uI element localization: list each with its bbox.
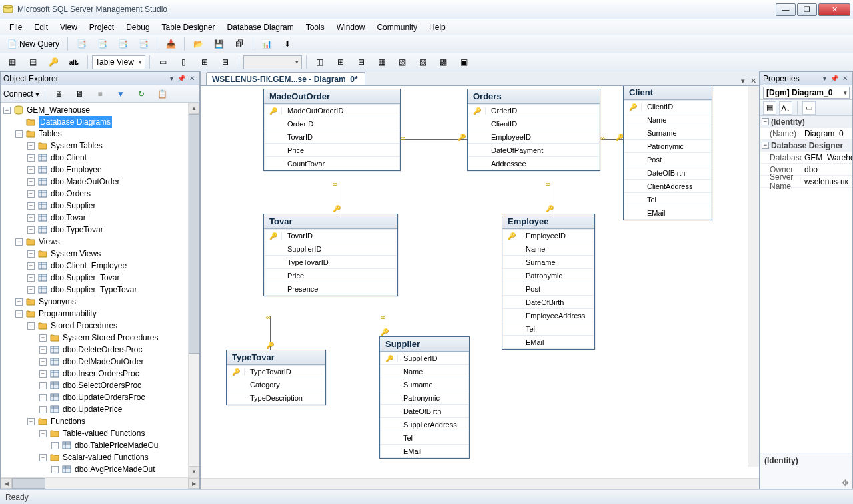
node-table[interactable]: +dbo.Employee — [27, 164, 187, 176]
dbcol[interactable]: DateOfBirth — [502, 296, 594, 309]
dbcol[interactable]: TovarID — [264, 130, 400, 144]
dbtable-title[interactable]: Supplier — [380, 337, 469, 352]
node-diagrams[interactable]: Database Diagrams — [15, 116, 187, 128]
node-sp[interactable]: −Stored Procedures — [27, 320, 187, 332]
dbcol[interactable]: Name — [624, 113, 712, 126]
menu-window[interactable]: Window — [331, 21, 371, 34]
dbcol[interactable]: SupplierID — [264, 242, 397, 256]
node-system-tables[interactable]: +System Tables — [27, 140, 187, 152]
minimize-button[interactable]: — — [776, 3, 796, 16]
props-pin-icon[interactable]: 📌 — [828, 75, 840, 82]
table-view-dropdown[interactable]: Table View — [92, 55, 145, 69]
props-categorized-icon[interactable]: ▤ — [763, 101, 776, 115]
dbcol[interactable]: ClientID — [468, 117, 600, 130]
dbcol[interactable]: Surname — [380, 378, 469, 391]
dbcol[interactable]: DateOfBirth — [380, 405, 469, 418]
dbcol[interactable]: 🔑MadeOutOrderID — [264, 104, 400, 117]
dbcol[interactable]: Price — [264, 144, 400, 157]
dbcol[interactable]: Name — [380, 365, 469, 378]
tb-icon-5[interactable]: 📥 — [161, 37, 180, 51]
menu-file[interactable]: File — [4, 21, 27, 34]
panel-dropdown-icon[interactable]: ▾ — [168, 75, 175, 82]
menu-table-designer[interactable]: Table Designer — [157, 21, 221, 34]
props-dropdown-icon[interactable]: ▾ — [821, 75, 828, 82]
node-tables[interactable]: −Tables — [15, 128, 187, 140]
dbtable-title[interactable]: Orders — [468, 89, 600, 104]
connect-button[interactable]: Connect ▾ — [3, 89, 41, 99]
tb-icon-2[interactable]: 📑 — [93, 37, 111, 51]
dt-icon-1[interactable]: ▦ — [3, 55, 21, 69]
dbcol[interactable]: Patronymic — [380, 391, 469, 405]
node-proc[interactable]: +dbo.UpdatePrice — [39, 403, 187, 415]
dbtable-typetovar[interactable]: TypeTovar🔑TypeTovarIDCategoryTypeDescrip… — [226, 350, 326, 405]
dbcol[interactable]: Presence — [264, 282, 397, 296]
canvas-hscroll[interactable] — [201, 478, 759, 489]
node-proc[interactable]: +dbo.UpdateOrdersProc — [39, 391, 187, 403]
node-tvf[interactable]: −Table-valued Functions — [39, 427, 187, 439]
dbtable-employee[interactable]: Employee🔑EmployeeIDNameSurnamePatronymic… — [502, 214, 595, 350]
tabstrip-close-icon[interactable]: ✕ — [748, 77, 759, 85]
dbtable-title[interactable]: TypeTovar — [227, 350, 325, 365]
dt-icon-5[interactable]: ▭ — [154, 55, 173, 69]
node-view[interactable]: +dbo.Supplier_Tovar — [27, 272, 187, 284]
dbcol[interactable]: Post — [624, 153, 712, 166]
dbcol[interactable]: EMail — [502, 336, 594, 349]
dbcol[interactable]: Addressee — [468, 157, 600, 170]
menu-project[interactable]: Project — [84, 21, 119, 34]
tb-icon-4[interactable]: 📑 — [134, 37, 153, 51]
dt-icon-8[interactable]: ⊟ — [216, 55, 235, 69]
dbcol[interactable]: CountTovar — [264, 157, 400, 170]
props-close-icon[interactable]: ✕ — [840, 75, 850, 82]
dbcol[interactable]: EMail — [624, 206, 712, 220]
dt-icon-3[interactable]: 🔑 — [44, 55, 63, 69]
dt-icon-9[interactable]: ◫ — [311, 55, 329, 69]
props-alpha-icon[interactable]: A↓ — [779, 101, 792, 115]
dbcol[interactable]: Post — [502, 282, 594, 296]
oe-icon-6[interactable]: 📋 — [153, 87, 171, 101]
node-proc[interactable]: +dbo.DeleteOrdersProc — [39, 344, 187, 356]
maximize-button[interactable]: ❐ — [797, 3, 817, 16]
dbtable-title[interactable]: Employee — [502, 214, 594, 229]
menu-help[interactable]: Help — [424, 21, 451, 34]
dbtable-tovar[interactable]: Tovar🔑TovarIDSupplierIDTypeTovarIDPriceP… — [263, 214, 398, 296]
dbtable-title[interactable]: Client — [624, 86, 712, 100]
oe-filter-icon[interactable]: ▼ — [111, 87, 130, 101]
dbcol[interactable]: SupplierAddress — [380, 418, 469, 431]
dt-icon-15[interactable]: ▩ — [434, 55, 453, 69]
node-view[interactable]: +dbo.Client_Employee — [27, 260, 187, 272]
dbcol[interactable]: TypeTovarID — [264, 256, 397, 269]
menu-edit[interactable]: Edit — [29, 21, 53, 34]
save-all-button[interactable]: 🗐 — [230, 37, 249, 51]
dt-icon-4[interactable]: аӀҍ — [65, 55, 83, 69]
panel-close-icon[interactable]: ✕ — [187, 75, 197, 82]
dbcol[interactable]: DateOfBirth — [624, 166, 712, 180]
node-table[interactable]: +dbo.TypeTovar — [27, 224, 187, 236]
close-button[interactable]: ✕ — [818, 3, 850, 16]
props-pages-icon[interactable]: ▭ — [802, 101, 816, 115]
dbtable-supplier[interactable]: Supplier🔑SupplierIDNameSurnamePatronymic… — [379, 336, 470, 459]
menu-community[interactable]: Community — [371, 21, 423, 34]
node-programmability[interactable]: −Programmability — [15, 308, 187, 320]
object-explorer-tree[interactable]: −GEM_WarehouseDatabase Diagrams−Tables+S… — [1, 103, 199, 477]
properties-object-selector[interactable]: [Dgm] Diagram_0 — [763, 87, 850, 99]
dbcol[interactable]: Patronymic — [624, 140, 712, 153]
dt-icon-2[interactable]: ▤ — [23, 55, 42, 69]
dbcol[interactable]: Surname — [624, 126, 712, 140]
dbcol[interactable]: Name — [502, 242, 594, 256]
node-view[interactable]: +dbo.Supplier_TypeTovar — [27, 284, 187, 296]
node-table[interactable]: +dbo.Client — [27, 152, 187, 164]
menu-view[interactable]: View — [55, 21, 83, 34]
node-synonyms[interactable]: +Synonyms — [15, 296, 187, 308]
menu-debug[interactable]: Debug — [121, 21, 155, 34]
save-button[interactable]: 💾 — [209, 37, 228, 51]
dt-icon-7[interactable]: ⊞ — [195, 55, 214, 69]
node-db[interactable]: −GEM_Warehouse — [3, 104, 187, 116]
oe-icon-3[interactable]: ■ — [91, 87, 109, 101]
tb-icon-6[interactable]: 📊 — [257, 37, 276, 51]
node-system-sp[interactable]: +System Stored Procedures — [39, 332, 187, 344]
node-proc[interactable]: +dbo.InsertOrdersProc — [39, 368, 187, 379]
node-functions[interactable]: −Functions — [27, 415, 187, 427]
properties-grid[interactable]: −(Identity) (Name)Diagram_0 −Database De… — [760, 116, 852, 453]
menu-tools[interactable]: Tools — [301, 21, 330, 34]
dbcol[interactable]: ClientAddress — [624, 180, 712, 193]
